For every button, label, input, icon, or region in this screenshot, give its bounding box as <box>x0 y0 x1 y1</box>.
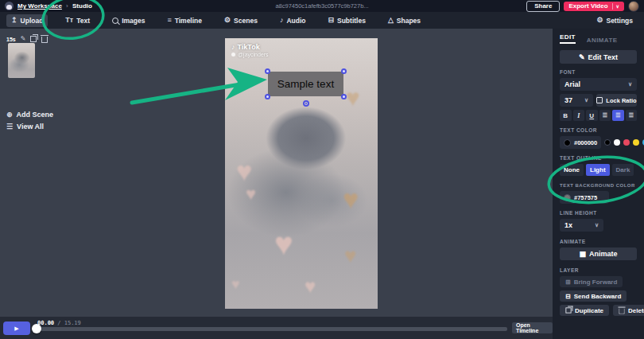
seek-handle[interactable] <box>32 324 41 333</box>
heart-overlay-icon: ♥ <box>246 185 256 203</box>
view-all-button[interactable]: ☰ View All <box>6 123 44 131</box>
share-button[interactable]: Share <box>526 1 560 12</box>
line-height-select[interactable]: 1x ∨ <box>560 219 603 232</box>
time-display: 00.00 / 15.19 <box>37 320 81 326</box>
kapwing-logo-icon[interactable] <box>5 2 14 10</box>
duplicate-icon <box>565 307 571 313</box>
tool-text-label: Text <box>76 17 90 25</box>
tool-upload[interactable]: ↥ Upload <box>6 14 48 27</box>
sample-text-layer[interactable]: Sample text <box>268 72 343 96</box>
lock-ratio-label: Lock Ratio <box>606 97 636 104</box>
tool-images[interactable]: Images <box>107 14 149 27</box>
tool-upload-label: Upload <box>21 17 44 25</box>
scene-duration-badge: 15s <box>6 37 16 42</box>
tool-timeline[interactable]: ≡ Timeline <box>162 14 207 27</box>
tab-edit[interactable]: EDIT <box>560 33 576 44</box>
text-color-value-box[interactable]: #000000 <box>560 136 601 149</box>
swatch-black[interactable] <box>604 139 611 146</box>
bring-forward-button[interactable]: ⊞ Bring Forward <box>560 276 623 287</box>
font-label: FONT <box>560 69 637 75</box>
scene-thumbnail[interactable] <box>8 43 35 78</box>
swatch-red[interactable] <box>623 139 630 146</box>
scenes-icon: ⚙ <box>224 17 231 24</box>
text-icon: Tт <box>65 17 73 24</box>
animate-section-label: ANIMATE <box>560 239 637 244</box>
heart-overlay-icon: ♥ <box>305 277 316 296</box>
resize-handle-bottom-left[interactable] <box>265 94 270 99</box>
tool-shapes[interactable]: △ Shapes <box>383 14 425 27</box>
resize-handle-bottom-right[interactable] <box>341 94 347 99</box>
resize-handle-top-right[interactable] <box>341 68 347 74</box>
font-value: Arial <box>564 80 580 88</box>
text-outline-label: TEXT OUTLINE <box>560 155 637 161</box>
tool-audio[interactable]: ♪ Audio <box>275 14 311 27</box>
rotate-handle[interactable] <box>303 100 309 107</box>
tool-scenes[interactable]: ⚙ Scenes <box>219 14 262 27</box>
animate-icon: ▦ <box>579 250 586 258</box>
lock-icon <box>596 97 603 103</box>
duplicate-button[interactable]: Duplicate <box>560 305 609 316</box>
timeline-icon: ≡ <box>167 17 171 24</box>
edit-text-button[interactable]: ✎ Edit Text <box>560 50 637 64</box>
tool-subtitles-label: Subtitles <box>337 17 366 25</box>
document-title[interactable]: a8c97450c1afefb3c0577c9b727b... <box>275 2 368 10</box>
text-background-color-box[interactable]: #757575 <box>560 191 609 204</box>
top-bar: My Workspace › Studio a8c97450c1afefb3c0… <box>0 0 644 12</box>
chevron-down-icon: ∨ <box>628 81 632 88</box>
text-background-color-dot <box>564 194 571 201</box>
workspace-area: 15s ✎ ⊕ Add Scene ☰ View All ♥ ♥ ♥ ♥ ♥ ♥… <box>0 29 553 317</box>
edit-text-label: Edit Text <box>588 53 618 61</box>
tab-animate[interactable]: ANIMATE <box>587 37 618 44</box>
shapes-icon: △ <box>388 17 394 24</box>
seek-track[interactable] <box>37 327 507 331</box>
lock-ratio-button[interactable]: Lock Ratio <box>596 94 637 107</box>
underline-button[interactable]: U <box>586 110 598 121</box>
settings-button[interactable]: ⚙ Settings <box>592 14 638 27</box>
edit-scene-icon[interactable]: ✎ <box>21 36 26 42</box>
send-backward-icon: ⊟ <box>565 293 571 300</box>
bold-button[interactable]: B <box>560 110 572 121</box>
subtitles-icon: ⊟ <box>328 17 334 24</box>
tool-timeline-label: Timeline <box>175 17 202 25</box>
align-right-icon: ☰ <box>629 112 634 119</box>
text-color-hex: #000000 <box>574 139 597 146</box>
outline-dark-button[interactable]: Dark <box>612 164 634 176</box>
video-canvas[interactable]: ♥ ♥ ♥ ♥ ♥ ♥ ♥ ♥ ♪ TikTok @jaycinders Sam… <box>225 38 378 309</box>
chevron-down-icon: ∨ <box>595 222 599 228</box>
resize-handle-top-left[interactable] <box>265 68 270 74</box>
align-right-button[interactable]: ☰ <box>626 110 638 121</box>
user-avatar[interactable] <box>628 1 639 12</box>
tiktok-watermark: ♪ TikTok @jaycinders <box>231 43 269 57</box>
tiktok-note-icon: ♪ <box>231 43 235 51</box>
delete-button[interactable]: Delete <box>613 305 644 316</box>
font-size-value: 37 <box>564 96 572 104</box>
swatch-yellow[interactable] <box>633 139 639 146</box>
duplicate-scene-icon[interactable] <box>30 36 37 42</box>
breadcrumb-workspace[interactable]: My Workspace <box>17 2 62 10</box>
align-left-button[interactable]: ☰ <box>599 110 611 121</box>
font-select[interactable]: Arial ∨ <box>560 78 637 91</box>
animate-button[interactable]: ▦ Animate <box>560 247 637 260</box>
outline-light-button[interactable]: Light <box>586 164 610 176</box>
upload-icon: ↥ <box>11 17 17 24</box>
send-backward-label: Send Backward <box>574 293 622 300</box>
open-timeline-button[interactable]: Open Timeline <box>512 322 553 333</box>
breadcrumb: My Workspace › Studio <box>17 2 92 10</box>
tool-text[interactable]: Tт Text <box>60 14 95 27</box>
outline-none-button[interactable]: None <box>560 164 584 176</box>
export-video-button[interactable]: Export Video ∨ <box>564 2 624 11</box>
swatch-white[interactable] <box>614 139 620 146</box>
add-scene-button[interactable]: ⊕ Add Scene <box>6 111 53 119</box>
heart-overlay-icon: ♥ <box>274 228 293 259</box>
send-backward-button[interactable]: ⊟ Send Backward <box>560 290 627 302</box>
play-button[interactable]: ▶ <box>3 321 30 335</box>
layer-section-label: LAYER <box>560 267 637 273</box>
delete-scene-icon[interactable] <box>41 37 48 43</box>
line-height-value: 1x <box>564 221 572 229</box>
font-size-select[interactable]: 37 ∨ <box>560 94 593 107</box>
align-center-button[interactable]: ☰ <box>612 110 624 121</box>
export-chevron-icon[interactable]: ∨ <box>612 3 619 10</box>
duplicate-label: Duplicate <box>575 307 603 314</box>
tool-subtitles[interactable]: ⊟ Subtitles <box>323 14 370 27</box>
italic-button[interactable]: I <box>573 110 585 121</box>
